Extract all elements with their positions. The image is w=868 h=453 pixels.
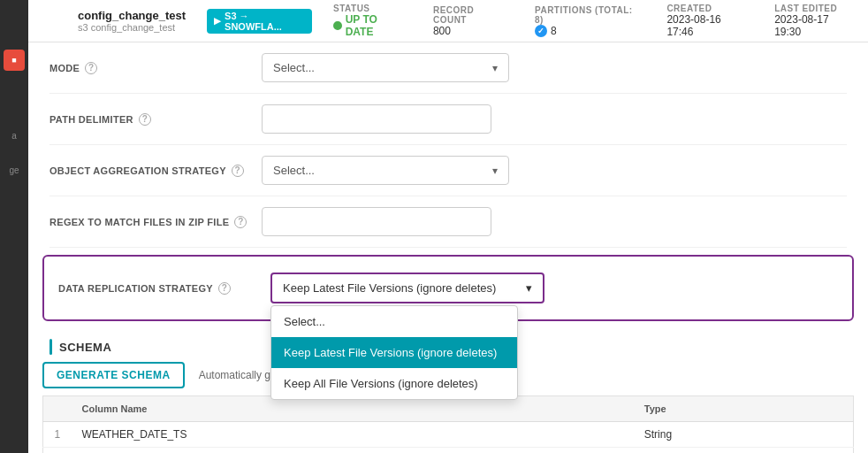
- partitions-label: PARTITIONS (TOTAL: 8): [535, 5, 638, 25]
- top-bar: config_change_test s3 config_change_test…: [0, 0, 868, 42]
- data-replication-chevron-icon: ▾: [526, 281, 532, 295]
- mode-select-value: Select...: [273, 61, 315, 74]
- pipeline-arrow-icon: ▶: [214, 16, 221, 26]
- mode-select[interactable]: Select... ▾: [262, 53, 509, 82]
- sidebar-icon-1[interactable]: ■: [4, 50, 25, 71]
- data-replication-dropdown: Select... Keep Latest File Versions (ign…: [270, 305, 518, 400]
- table-row: 1 WEATHER_DATE_TS String: [43, 422, 854, 448]
- title-block: config_change_test s3 config_change_test: [78, 9, 186, 33]
- record-count-label: RECORD COUNT: [433, 5, 506, 25]
- path-delimiter-label: PATH DELIMITER ?: [49, 113, 262, 126]
- status-label: STATUS: [333, 4, 405, 13]
- created-label: CREATED: [666, 4, 746, 13]
- data-replication-row: DATA REPLICATION STRATEGY ? Keep Latest …: [58, 264, 838, 312]
- object-aggregation-label: OBJECT AGGREGATION STRATEGY ?: [49, 165, 262, 177]
- created-value: 2023-08-16 17:46: [666, 13, 746, 38]
- status-badge: UP TO DATE: [333, 13, 405, 38]
- mode-row: MODE ? Select... ▾: [49, 42, 847, 94]
- row-column-name: DATATYPE: [72, 448, 634, 454]
- schema-title: SCHEMA: [59, 341, 111, 354]
- object-aggregation-chevron-icon: ▾: [492, 165, 498, 177]
- top-bar-meta: STATUS UP TO DATE RECORD COUNT 800 PARTI…: [333, 4, 854, 38]
- regex-control: [262, 207, 847, 236]
- path-delimiter-control: [262, 104, 847, 134]
- generate-schema-button[interactable]: GENERATE SCHEMA: [42, 362, 185, 388]
- data-replication-section: DATA REPLICATION STRATEGY ? Keep Latest …: [42, 255, 854, 321]
- object-aggregation-row: OBJECT AGGREGATION STRATEGY ? Select... …: [49, 145, 847, 196]
- partition-check-icon: ✓: [535, 25, 547, 37]
- row-column-name: WEATHER_DATE_TS: [72, 422, 634, 448]
- partition-badge: ✓ 8: [535, 25, 638, 37]
- mode-control: Select... ▾: [262, 53, 847, 82]
- last-edited-meta: LAST EDITED 2023-08-17 19:30: [774, 4, 854, 38]
- created-meta: CREATED 2023-08-16 17:46: [666, 4, 746, 38]
- table-row: 2 DATATYPE String: [43, 448, 854, 454]
- regex-help-icon[interactable]: ?: [234, 216, 247, 228]
- partitions-value: 8: [551, 25, 557, 37]
- sidebar: ■ a ge: [0, 42, 28, 453]
- regex-label: REGEX TO MATCH FILES IN ZIP FILE ?: [49, 216, 262, 228]
- schema-table: Column Name Type 1 WEATHER_DATE_TS Strin…: [42, 395, 854, 453]
- record-count-value: 800: [433, 25, 506, 37]
- schema-bar-accent: [49, 339, 52, 355]
- object-aggregation-value: Select...: [273, 164, 315, 177]
- dropdown-option-keep-latest[interactable]: Keep Latest File Versions (ignore delete…: [271, 337, 517, 368]
- path-delimiter-help-icon[interactable]: ?: [139, 113, 151, 126]
- row-num: 2: [43, 448, 72, 454]
- dropdown-option-select[interactable]: Select...: [271, 306, 517, 337]
- row-type: String: [634, 448, 854, 454]
- mode-label: MODE ?: [49, 62, 262, 74]
- main-layout: ■ a ge MODE ? Select... ▾: [0, 42, 868, 453]
- row-type: String: [634, 422, 854, 448]
- status-value: UP TO DATE: [346, 13, 405, 38]
- mode-help-icon[interactable]: ?: [85, 62, 97, 74]
- path-delimiter-row: PATH DELIMITER ?: [49, 94, 847, 145]
- object-aggregation-help-icon[interactable]: ?: [232, 165, 244, 177]
- sidebar-rail: [0, 0, 28, 42]
- row-num: 1: [43, 422, 72, 448]
- status-dot-icon: [333, 21, 342, 30]
- form-section: MODE ? Select... ▾ PATH DELIMITER ?: [28, 42, 868, 248]
- page-subtitle: s3 config_change_test: [78, 22, 186, 33]
- partitions-meta: PARTITIONS (TOTAL: 8) ✓ 8: [535, 5, 638, 37]
- object-aggregation-control: Select... ▾: [262, 156, 847, 185]
- schema-col-type: Type: [634, 396, 854, 422]
- sidebar-item-ge: ge: [9, 165, 19, 175]
- record-count-meta: RECORD COUNT 800: [433, 5, 506, 37]
- data-replication-value: Keep Latest File Versions (ignore delete…: [283, 281, 496, 295]
- path-delimiter-input[interactable]: [262, 104, 491, 134]
- data-replication-label: DATA REPLICATION STRATEGY ?: [58, 282, 270, 295]
- pipeline-badge[interactable]: ▶ S3 → SNOWFLA...: [207, 9, 312, 34]
- status-meta: STATUS UP TO DATE: [333, 4, 405, 38]
- data-replication-select[interactable]: Keep Latest File Versions (ignore delete…: [270, 273, 544, 303]
- pipeline-label: S3 → SNOWFLA...: [225, 11, 305, 32]
- content-area: MODE ? Select... ▾ PATH DELIMITER ?: [28, 42, 868, 453]
- mode-chevron-icon: ▾: [492, 62, 498, 74]
- object-aggregation-select[interactable]: Select... ▾: [262, 156, 509, 185]
- data-replication-help-icon[interactable]: ?: [218, 282, 231, 295]
- dropdown-option-keep-all[interactable]: Keep All File Versions (ignore deletes): [271, 368, 517, 399]
- page-title: config_change_test: [78, 9, 186, 22]
- last-edited-value: 2023-08-17 19:30: [774, 13, 854, 38]
- regex-row: REGEX TO MATCH FILES IN ZIP FILE ?: [49, 196, 847, 248]
- data-replication-control: Keep Latest File Versions (ignore delete…: [270, 273, 838, 303]
- last-edited-label: LAST EDITED: [774, 4, 854, 13]
- schema-col-num: [43, 396, 72, 422]
- sidebar-item-a: a: [11, 131, 17, 141]
- regex-input[interactable]: [262, 207, 491, 236]
